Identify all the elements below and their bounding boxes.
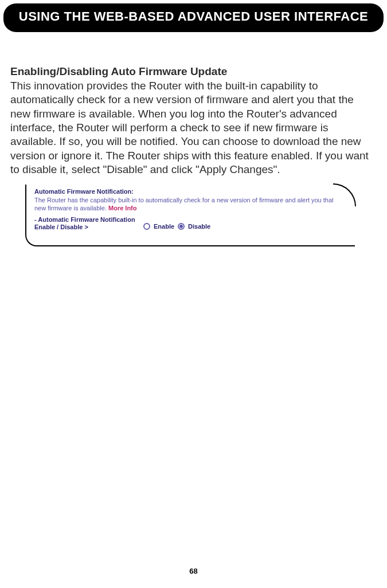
firmware-toggle-label: - Automatic Firmware Notification Enable…: [34, 216, 143, 232]
more-info-link[interactable]: More Info: [108, 205, 137, 211]
panel-corner-decoration: [333, 183, 356, 206]
enable-radio[interactable]: [143, 223, 150, 230]
panel-title: Automatic Firmware Notification:: [34, 188, 349, 195]
page-header-title: USING THE WEB-BASED ADVANCED USER INTERF…: [19, 9, 368, 23]
enable-radio-label: Enable: [154, 223, 174, 230]
page-content: Enabling/Disabling Auto Firmware Update …: [0, 32, 387, 246]
screenshot-panel-wrap: Automatic Firmware Notification: The Rou…: [25, 185, 355, 246]
panel-description-text: The Router has the capability built-in t…: [34, 197, 345, 211]
firmware-notification-panel: Automatic Firmware Notification: The Rou…: [25, 185, 355, 246]
section-body-text: This innovation provides the Router with…: [10, 79, 371, 177]
section-title: Enabling/Disabling Auto Firmware Update: [10, 65, 371, 78]
page-number: 68: [0, 567, 387, 575]
panel-control-row: - Automatic Firmware Notification Enable…: [34, 216, 349, 232]
firmware-radio-group: Enable Disable: [143, 223, 210, 230]
disable-radio-label: Disable: [188, 223, 210, 230]
disable-radio[interactable]: [178, 223, 185, 230]
page-header-bar: USING THE WEB-BASED ADVANCED USER INTERF…: [3, 3, 384, 32]
panel-description: The Router has the capability built-in t…: [34, 197, 349, 213]
